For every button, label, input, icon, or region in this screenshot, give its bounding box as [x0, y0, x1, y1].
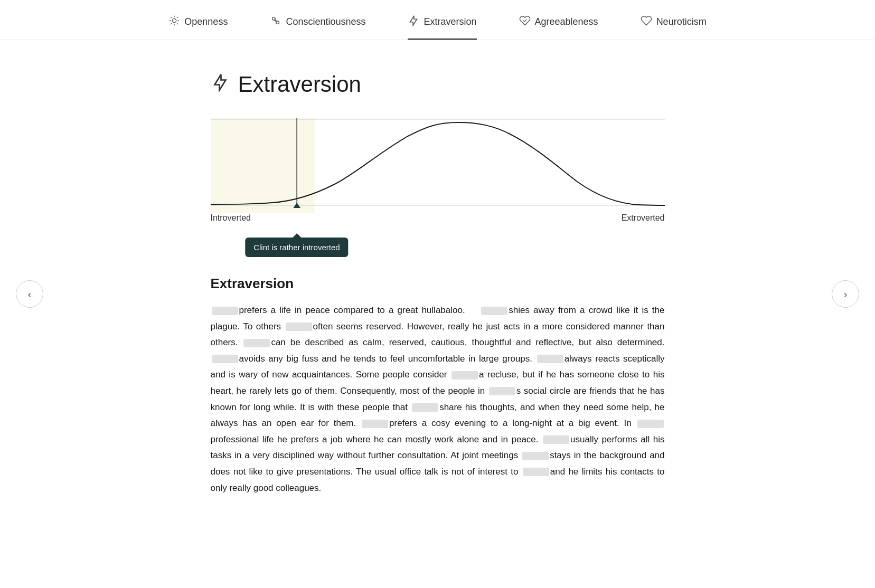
- name-placeholder-12: [543, 435, 569, 444]
- svg-point-9: [272, 17, 276, 21]
- conscientiousness-icon: [270, 15, 281, 29]
- main-nav: Openness Conscientiousness Extraversion: [0, 0, 875, 40]
- nav-item-agreeableness[interactable]: Agreeableness: [519, 15, 598, 40]
- chart-left-label: Introverted: [211, 213, 251, 223]
- page-title-icon: [211, 73, 230, 96]
- chevron-right-icon: ›: [844, 288, 848, 300]
- previous-arrow[interactable]: ‹: [16, 280, 43, 308]
- neuroticism-icon: [641, 15, 652, 29]
- bell-curve-chart: [211, 118, 665, 213]
- name-placeholder-5: [212, 355, 238, 363]
- name-placeholder-13: [522, 452, 549, 460]
- next-arrow[interactable]: ›: [832, 280, 859, 308]
- nav-item-conscientiousness[interactable]: Conscientiousness: [270, 15, 365, 40]
- main-content: Extraversion Introverted Extr: [200, 72, 675, 496]
- agreeableness-icon: [519, 15, 531, 29]
- svg-line-6: [177, 23, 178, 24]
- chart-tooltip: Clint is rather introverted: [245, 238, 348, 257]
- name-placeholder-2: [481, 307, 507, 315]
- name-placeholder-6: [537, 355, 563, 363]
- chart-container: Introverted Extroverted: [211, 118, 665, 223]
- tooltip-text: Clint is rather introverted: [253, 243, 340, 252]
- name-placeholder-4: [243, 339, 270, 347]
- nav-label-openness: Openness: [184, 16, 228, 27]
- chart-wrapper: [211, 118, 665, 213]
- svg-line-7: [177, 17, 178, 18]
- name-placeholder-10: [362, 420, 388, 428]
- svg-line-12: [275, 18, 276, 22]
- svg-line-8: [171, 23, 172, 24]
- name-placeholder-8: [489, 387, 515, 395]
- description-text: prefers a life in peace compared to a gr…: [211, 302, 665, 496]
- name-placeholder-9: [412, 403, 438, 412]
- nav-label-extraversion: Extraversion: [424, 16, 476, 27]
- chart-right-label: Extroverted: [622, 213, 665, 223]
- page-title-section: Extraversion: [211, 72, 665, 97]
- openness-icon: [168, 15, 180, 29]
- tooltip-wrapper: Clint is rather introverted: [211, 233, 665, 260]
- page-title: Extraversion: [238, 72, 361, 97]
- svg-point-10: [276, 21, 279, 24]
- name-placeholder-3: [286, 323, 312, 331]
- svg-point-0: [173, 18, 176, 22]
- name-placeholder-1: [212, 307, 238, 315]
- nav-item-extraversion[interactable]: Extraversion: [408, 15, 476, 40]
- nav-label-neuroticism: Neuroticism: [656, 16, 707, 27]
- nav-item-neuroticism[interactable]: Neuroticism: [641, 15, 707, 40]
- name-placeholder-14: [523, 468, 549, 476]
- section-title: Extraversion: [211, 276, 665, 292]
- nav-label-agreeableness: Agreeableness: [535, 16, 598, 27]
- chevron-left-icon: ‹: [28, 288, 32, 300]
- extraversion-icon: [408, 15, 419, 29]
- name-placeholder-11: [637, 420, 664, 428]
- svg-line-5: [171, 17, 172, 18]
- nav-item-openness[interactable]: Openness: [168, 15, 228, 40]
- chart-labels: Introverted Extroverted: [211, 213, 665, 223]
- name-placeholder-7: [451, 371, 478, 380]
- nav-label-conscientiousness: Conscientiousness: [286, 16, 365, 27]
